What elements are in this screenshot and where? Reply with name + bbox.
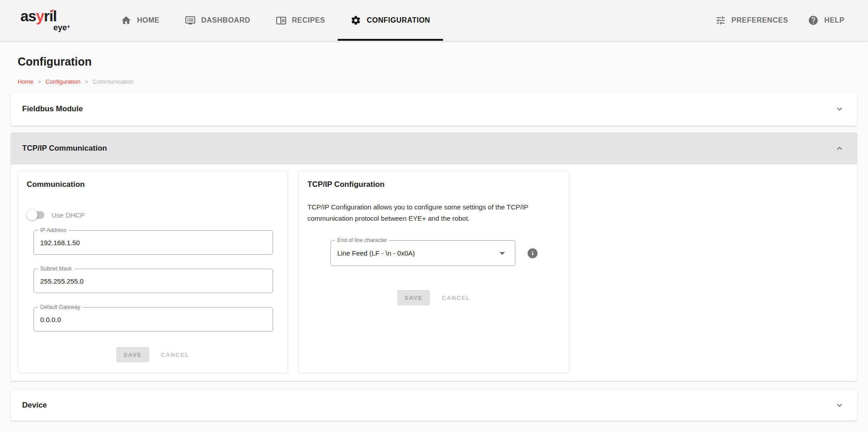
use-dhcp-label: Use DHCP [52, 211, 85, 219]
tab-configuration-label: CONFIGURATION [367, 16, 430, 24]
device-title: Device [22, 401, 47, 410]
preferences-button[interactable]: PREFERENCES [705, 0, 798, 41]
fieldbus-module-header[interactable]: Fieldbus Module [11, 92, 857, 126]
tab-configuration[interactable]: CONFIGURATION [338, 0, 443, 41]
home-icon [121, 15, 132, 26]
default-gateway-input[interactable] [34, 316, 273, 323]
tcpip-configuration-card: TCP/IP Configuration TCP/IP Configuratio… [298, 171, 569, 373]
main-navigation: HOME DASHBOARD RECIPES CONFIGURATION [108, 0, 443, 41]
tcpip-configuration-card-title: TCP/IP Configuration [307, 180, 569, 189]
communication-save-button[interactable]: SAVE [116, 347, 149, 362]
tcpip-configuration-description: TCP/IP Configuration allows you to confi… [307, 201, 536, 224]
tcpip-communication-body: Communication Use DHCP IP Address Subnet… [11, 164, 857, 381]
recipes-book-icon [276, 15, 287, 26]
ip-address-input[interactable] [34, 239, 273, 247]
logo-text-il: il [49, 9, 57, 23]
eol-dropdown-row: End of line character Line Feed (LF - \n… [330, 240, 569, 266]
tcpip-cancel-button[interactable]: CANCEL [442, 294, 470, 301]
tcpip-save-button[interactable]: SAVE [397, 290, 430, 305]
breadcrumb-home-link[interactable]: Home [18, 78, 33, 85]
tune-sliders-icon [715, 15, 726, 26]
gear-icon [350, 15, 361, 26]
logo-text-y: y [36, 9, 44, 23]
subnet-mask-field-label: Subnet Mask [38, 266, 74, 272]
tab-home-label: HOME [137, 16, 160, 24]
breadcrumb: Home > Configuration > Communication [18, 78, 857, 85]
communication-card: Communication Use DHCP IP Address Subnet… [18, 171, 288, 373]
subnet-mask-field[interactable]: Subnet Mask [33, 269, 273, 293]
info-icon[interactable]: i [528, 248, 538, 258]
dashboard-monitor-icon [185, 15, 196, 26]
main-content: Configuration Home > Configuration > Com… [0, 55, 868, 421]
preferences-label: PREFERENCES [731, 16, 788, 24]
tcpip-communication-header[interactable]: TCP/IP Communication [11, 133, 857, 164]
breadcrumb-separator: > [38, 79, 41, 85]
subnet-mask-input[interactable] [34, 277, 273, 285]
fieldbus-module-section: Fieldbus Module [11, 92, 857, 126]
logo-text-r: r [44, 9, 49, 23]
tcpip-communication-title: TCP/IP Communication [22, 144, 107, 153]
breadcrumb-separator: > [85, 79, 88, 85]
app-header: asyril eye+ HOME DASHBOARD RECIPES [0, 0, 868, 41]
tab-dashboard[interactable]: DASHBOARD [172, 0, 263, 41]
default-gateway-field[interactable]: Default Gateway [33, 307, 273, 332]
communication-actions: SAVE CANCEL [18, 347, 288, 362]
ip-address-field-label: IP Address [38, 227, 69, 233]
logo-wordmark: asyril [20, 9, 70, 23]
breadcrumb-configuration-link[interactable]: Configuration [46, 78, 80, 85]
ip-address-field[interactable]: IP Address [33, 230, 273, 255]
breadcrumb-current: Communication [93, 78, 133, 85]
default-gateway-field-label: Default Gateway [38, 304, 83, 310]
dropdown-arrow-icon [500, 252, 505, 255]
end-of-line-character-value: Line Feed (LF - \n - 0x0A) [331, 249, 421, 257]
communication-cancel-button[interactable]: CANCEL [161, 351, 189, 358]
logo-subtext: eye+ [20, 23, 70, 31]
tab-recipes-label: RECIPES [292, 16, 326, 24]
tab-dashboard-label: DASHBOARD [201, 16, 250, 24]
fieldbus-module-title: Fieldbus Module [22, 104, 83, 114]
help-question-icon [808, 15, 819, 26]
chevron-down-icon [835, 104, 844, 114]
help-button[interactable]: HELP [798, 0, 854, 41]
use-dhcp-toggle[interactable] [27, 209, 45, 220]
help-label: HELP [824, 16, 844, 24]
asyril-logo[interactable]: asyril eye+ [20, 0, 70, 41]
logo-text-as: as [20, 9, 36, 23]
tcpip-configuration-actions: SAVE CANCEL [299, 290, 569, 305]
page-title: Configuration [18, 55, 857, 68]
toggle-thumb [27, 209, 38, 220]
tcpip-communication-section: TCP/IP Communication Communication Use D… [11, 133, 857, 381]
end-of-line-character-select[interactable]: End of line character Line Feed (LF - \n… [330, 240, 515, 266]
chevron-down-icon [835, 400, 844, 410]
dhcp-toggle-row: Use DHCP [27, 209, 288, 220]
device-section: Device [11, 390, 857, 421]
tab-home[interactable]: HOME [108, 0, 172, 41]
tab-recipes[interactable]: RECIPES [263, 0, 338, 41]
communication-card-title: Communication [27, 180, 288, 189]
device-header[interactable]: Device [11, 390, 857, 421]
end-of-line-character-label: End of line character [335, 237, 389, 243]
secondary-navigation: PREFERENCES HELP [705, 0, 868, 41]
chevron-up-icon [835, 143, 844, 153]
